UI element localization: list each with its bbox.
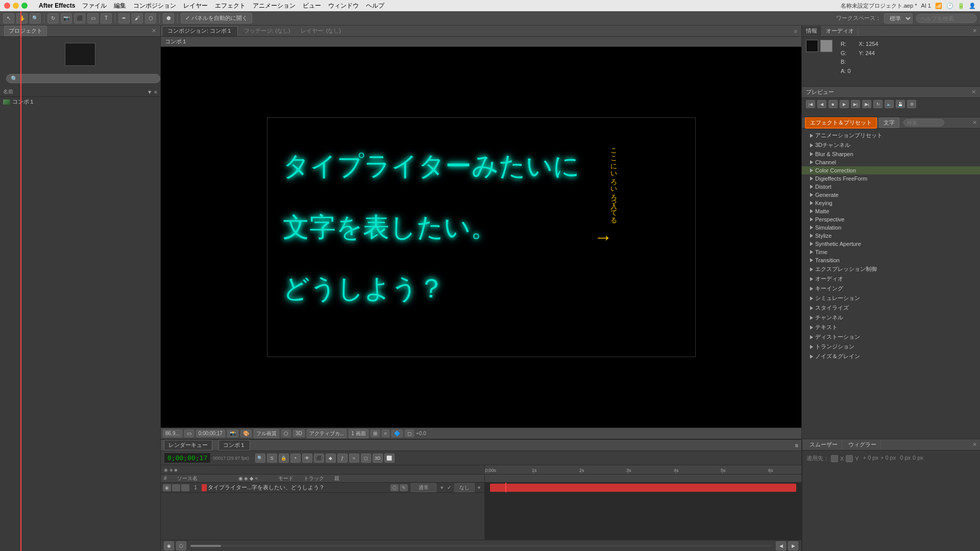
info-tab-audio[interactable]: オーディオ [822, 26, 859, 36]
effects-item-audio[interactable]: オーディオ [802, 274, 980, 284]
timeline-timecode[interactable]: 0;00;00;17 [164, 453, 211, 463]
effects-item-stylize[interactable]: Stylize [802, 232, 980, 240]
effects-tab-btn[interactable]: エフェクト＆プリセット [805, 117, 877, 129]
vc-snapshot[interactable]: 📸 [227, 430, 238, 437]
effects-item-channel-jp[interactable]: チャンネル [802, 313, 980, 322]
track-dropdown[interactable]: ▼ [439, 485, 444, 490]
tl-quality-btn[interactable]: ◆ [326, 454, 336, 463]
workspace-select[interactable]: 標準 [884, 13, 913, 23]
effects-item-color-correction[interactable]: Color Correction [802, 166, 980, 174]
project-panel-close[interactable]: ✕ [152, 28, 156, 34]
preview-stop[interactable]: ■ [828, 100, 838, 108]
effects-item-channel[interactable]: Channel [802, 158, 980, 166]
timeline-scrollbar[interactable] [190, 545, 772, 547]
tl-track-right[interactable] [485, 483, 801, 492]
toolbar-zoom-tool[interactable]: 🔍 [30, 13, 41, 23]
track-parent-dropdown[interactable]: ▼ [477, 485, 481, 490]
effects-item-transition-jp[interactable]: トランジション [802, 342, 980, 352]
tl-bottom-btn2[interactable]: ⬡ [176, 541, 186, 550]
project-item-comp1[interactable]: コンポ１ [0, 97, 160, 107]
preview-mute[interactable]: 🔈 [885, 100, 894, 108]
menu-layer[interactable]: レイヤー [183, 2, 208, 10]
vc-render-btn[interactable]: ⬡ [281, 430, 291, 437]
timeline-scroll-thumb[interactable] [190, 545, 221, 547]
tl-search-btn[interactable]: 🔍 [255, 454, 265, 463]
track-extra-btn1[interactable]: ⬡ [390, 484, 399, 491]
effects-item-stylize-jp[interactable]: スタイライズ [802, 303, 980, 313]
viewport[interactable]: タイプライターみたいに 文字を表したい。 どうしよう？ → ここにいろいろ入って… [161, 47, 801, 428]
effects-item-text-jp[interactable]: テキスト [802, 322, 980, 332]
tl-lock-btn[interactable]: 🔒 [279, 454, 289, 463]
preview-ram[interactable]: 💾 [896, 100, 905, 108]
minimize-button[interactable] [13, 3, 19, 9]
effects-item-synthetic-aperture[interactable]: Synthetic Aperture [802, 240, 980, 248]
effects-item-blur-sharpen[interactable]: Blur & Sharpen [802, 150, 980, 158]
timeline-tab-comp[interactable]: コンポ１ [218, 440, 250, 450]
comp-tab-composition[interactable]: コンポジション: コンポ１ [162, 26, 238, 36]
vc-timecode[interactable]: 0;00;00;17 [196, 430, 225, 437]
toolbar-hand-tool[interactable]: ✋ [16, 13, 28, 23]
info-tab-info[interactable]: 情報 [802, 26, 822, 36]
preview-loop[interactable]: ↻ [873, 100, 883, 108]
effects-item-distortion-jp[interactable]: ディストーション [802, 332, 980, 342]
tl-bottom-btn3[interactable]: ◀ [776, 541, 786, 550]
effects-item-matte[interactable]: Matte [802, 207, 980, 215]
effects-item-time[interactable]: Time [802, 248, 980, 256]
effects-search-input[interactable] [903, 119, 944, 127]
sw-x-btn[interactable] [831, 455, 838, 462]
track-solo-btn[interactable]: ◉ [163, 484, 171, 491]
preview-last-frame[interactable]: |▶| [862, 100, 871, 108]
maximize-button[interactable] [21, 3, 28, 9]
toolbar-pen-tool[interactable]: ✒ [118, 13, 130, 23]
window-controls[interactable] [4, 3, 28, 9]
menu-window[interactable]: ウィンドウ [328, 2, 359, 10]
vc-show-channel[interactable]: 🎨 [240, 430, 252, 437]
tl-bottom-btn1[interactable]: ◉ [164, 541, 174, 550]
vc-motion-blur[interactable]: ≈ [382, 430, 390, 437]
smooth-tab[interactable]: スムーザー [805, 440, 842, 449]
time-ruler-right[interactable]: 0;00s 1s 2s 3s 4s 5s 6s 7s 8s [485, 465, 801, 474]
menu-edit[interactable]: 編集 [114, 2, 126, 10]
effects-item-perspective[interactable]: Perspective [802, 215, 980, 223]
timeline-playhead[interactable] [505, 483, 506, 492]
tl-bgbtn[interactable]: ⬜ [384, 454, 395, 463]
menu-animation[interactable]: アニメーション [253, 2, 296, 10]
effects-item-distort[interactable]: Distort [802, 183, 980, 191]
menu-help[interactable]: ヘルプ [366, 2, 384, 10]
track-mode[interactable]: 通常 [411, 483, 436, 492]
track-extra-btn2[interactable]: ✎ [400, 484, 408, 491]
tl-solo-btn[interactable]: S [267, 454, 277, 463]
panel-auto-open-btn[interactable]: ✓ パネルを自動的に開く [181, 13, 252, 23]
tl-3d-btn[interactable]: 3D [373, 454, 383, 463]
effects-item-noise-grain[interactable]: ノイズ＆グレイン [802, 352, 980, 361]
tl-add-btn[interactable]: + [290, 454, 301, 463]
track-parent[interactable]: なし [454, 483, 475, 492]
menu-file[interactable]: ファイル [82, 2, 107, 10]
toolbar-rotate-tool[interactable]: ↻ [47, 13, 59, 23]
preview-panel-close[interactable]: ✕ [971, 89, 976, 95]
toolbar-camera-tool[interactable]: 📷 [61, 13, 72, 23]
toolbar-pan-tool[interactable]: ⬛ [74, 13, 85, 23]
toolbar-clone-tool[interactable]: ⬡ [145, 13, 156, 23]
sw-y-btn[interactable] [846, 455, 853, 462]
comp-tab-footage[interactable]: フッテージ: (なし) [239, 26, 295, 36]
preview-prev-frame[interactable]: ◀ [817, 100, 826, 108]
preview-play[interactable]: ▶ [840, 100, 849, 108]
effects-item-3d-channel[interactable]: 3Dチャンネル [802, 140, 980, 150]
effects-item-transition[interactable]: Transition [802, 256, 980, 264]
vc-view-dropdown[interactable]: アクティブカ... [307, 429, 347, 438]
tl-bottom-btn4[interactable]: ▶ [788, 541, 798, 550]
preview-settings[interactable]: ⚙ [907, 100, 916, 108]
effects-item-keying[interactable]: Keying [802, 199, 980, 207]
vc-screens-dropdown[interactable]: 1 画面 [349, 429, 368, 438]
tl-effects-btn[interactable]: ƒ [337, 454, 348, 463]
smooth-wig-close[interactable]: ✕ [972, 441, 977, 448]
project-search-input[interactable] [6, 74, 160, 83]
effects-text-tab-btn[interactable]: 文字 [879, 117, 899, 128]
help-search-input[interactable] [916, 14, 977, 23]
comp-tab-layer[interactable]: レイヤー: (なし) [296, 26, 346, 36]
toolbar-text-tool[interactable]: T [101, 13, 112, 23]
menu-view[interactable]: ビュー [303, 2, 321, 10]
toolbar-brush-tool[interactable]: 🖌 [132, 13, 143, 23]
vc-grid[interactable]: ⊞ [371, 430, 380, 437]
